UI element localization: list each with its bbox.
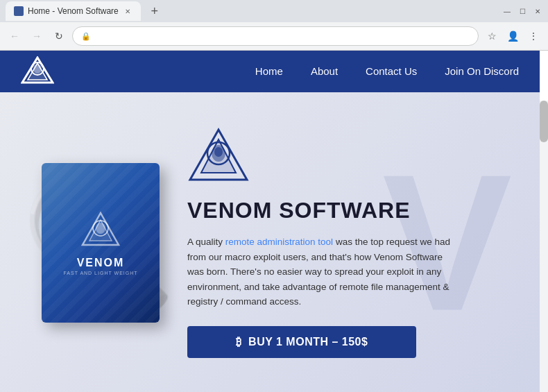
nav-link-home[interactable]: Home [255,65,283,77]
active-tab[interactable]: Home - Venom Software ✕ [6,1,141,21]
page-wrapper: Home About Contact Us Join On Discord V … [0,51,548,392]
hero-desc-part1: A quality [187,237,225,247]
address-bar[interactable]: 🔒 [72,26,479,46]
bitcoin-icon: ₿ [236,336,242,348]
nav-link-about[interactable]: About [311,65,338,77]
box-logo-svg [80,210,121,248]
reload-button[interactable]: ↻ [50,27,68,45]
maximize-button[interactable]: ☐ [517,6,527,16]
nav-item-discord[interactable]: Join On Discord [445,65,519,78]
forward-button[interactable]: → [28,27,46,45]
nav-item-about[interactable]: About [311,65,338,78]
close-window-button[interactable]: ✕ [533,6,542,16]
hero-section: V 🔍 VENOM FAST AND LIGHT WEIGH [0,92,540,392]
address-bar-actions: ☆ 👤 ⋮ [483,27,542,45]
new-tab-button[interactable]: + [145,1,164,21]
product-box: VENOM FAST AND LIGHT WEIGHT [42,163,160,323]
buy-button[interactable]: ₿ BUY 1 MONTH – 150$ [187,326,416,358]
svg-point-6 [93,221,108,236]
account-button[interactable]: 👤 [504,27,522,45]
nav-item-home[interactable]: Home [255,65,283,78]
box-logo [80,210,121,251]
buy-button-label: BUY 1 MONTH – 150$ [248,336,368,348]
tab-close-button[interactable]: ✕ [123,6,132,16]
browser-chrome: Home - Venom Software ✕ + — ☐ ✕ ← → ↻ 🔒 … [0,0,548,51]
hero-title: VENOM SOFTWARE [187,198,512,223]
window-controls: — ☐ ✕ [502,6,542,16]
box-subtitle: FAST AND LIGHT WEIGHT [63,271,137,275]
bookmark-button[interactable]: ☆ [483,27,501,45]
title-bar: Home - Venom Software ✕ + — ☐ ✕ [0,0,548,22]
hero-logo-large [187,127,512,187]
svg-marker-4 [83,213,119,245]
hero-desc-link[interactable]: remote administration tool [225,237,333,247]
address-bar-row: ← → ↻ 🔒 ☆ 👤 ⋮ [0,22,548,50]
box-title: VENOM [77,257,125,269]
svg-marker-5 [89,220,112,241]
hero-desc-part2: was the top request we had from our macr… [187,237,450,307]
security-icon: 🔒 [81,32,91,41]
site-logo [21,56,55,87]
website: Home About Contact Us Join On Discord V … [0,51,540,392]
hero-description: A quality remote administration tool was… [187,235,451,309]
back-button[interactable]: ← [6,27,24,45]
site-nav: Home About Contact Us Join On Discord [0,51,540,92]
tab-title: Home - Venom Software [28,6,119,16]
hero-logo-svg [187,127,250,184]
nav-link-discord[interactable]: Join On Discord [445,65,519,77]
product-box-wrapper: VENOM FAST AND LIGHT WEIGHT [42,163,160,323]
tab-favicon [14,6,24,16]
svg-point-3 [33,64,42,74]
nav-links: Home About Contact Us Join On Discord [255,65,519,78]
svg-point-12 [214,147,223,157]
nav-link-contact[interactable]: Contact Us [366,65,417,77]
hero-content: VENOM SOFTWARE A quality remote administ… [187,127,540,358]
svg-point-7 [96,223,105,234]
tab-strip: Home - Venom Software ✕ + [6,1,164,21]
logo-svg [21,56,54,87]
menu-button[interactable]: ⋮ [524,27,542,45]
minimize-button[interactable]: — [502,6,512,16]
scrollbar-track[interactable] [540,101,548,392]
scrollbar-thumb[interactable] [540,101,548,142]
nav-item-contact[interactable]: Contact Us [366,65,417,78]
